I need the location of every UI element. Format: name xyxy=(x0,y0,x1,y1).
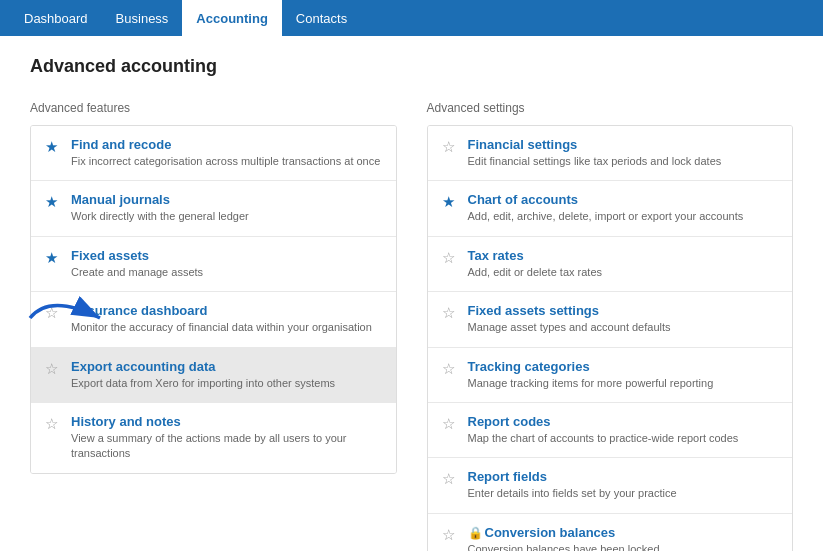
feature-name: Report fields xyxy=(468,469,779,484)
page-title: Advanced accounting xyxy=(30,56,793,77)
advanced-settings-card: ☆ Financial settings Edit financial sett… xyxy=(427,125,794,551)
star-empty-icon: ☆ xyxy=(442,360,458,376)
left-column-header: Advanced features xyxy=(30,101,397,115)
feature-report-fields[interactable]: ☆ Report fields Enter details into field… xyxy=(428,458,793,513)
feature-desc: Monitor the accuracy of financial data w… xyxy=(71,320,382,335)
feature-desc: Export data from Xero for importing into… xyxy=(71,376,382,391)
top-navigation: Dashboard Business Accounting Contacts xyxy=(0,0,823,36)
star-empty-icon: ☆ xyxy=(45,415,61,431)
star-empty-icon: ☆ xyxy=(45,304,61,320)
feature-desc: Work directly with the general ledger xyxy=(71,209,382,224)
feature-name: Tracking categories xyxy=(468,359,779,374)
feature-desc: Fix incorrect categorisation across mult… xyxy=(71,154,382,169)
lock-icon: 🔒 xyxy=(468,526,483,540)
feature-name: History and notes xyxy=(71,414,382,429)
feature-fixed-assets-settings[interactable]: ☆ Fixed assets settings Manage asset typ… xyxy=(428,292,793,347)
nav-dashboard[interactable]: Dashboard xyxy=(10,0,102,36)
feature-desc: Manage asset types and account defaults xyxy=(468,320,779,335)
star-empty-icon: ☆ xyxy=(442,470,458,486)
feature-desc: Conversion balances have been locked xyxy=(468,542,779,551)
feature-name: Fixed assets xyxy=(71,248,382,263)
star-filled-icon: ★ xyxy=(45,138,61,154)
star-empty-icon: ☆ xyxy=(442,304,458,320)
star-filled-icon: ★ xyxy=(45,249,61,265)
feature-desc: Manage tracking items for more powerful … xyxy=(468,376,779,391)
feature-manual-journals[interactable]: ★ Manual journals Work directly with the… xyxy=(31,181,396,236)
feature-fixed-assets[interactable]: ★ Fixed assets Create and manage assets xyxy=(31,237,396,292)
feature-export-accounting-data[interactable]: ☆ Export accounting data Export data fro… xyxy=(31,348,396,403)
star-filled-icon: ★ xyxy=(45,193,61,209)
feature-name: Tax rates xyxy=(468,248,779,263)
page-content: Advanced accounting Advanced features ★ … xyxy=(0,36,823,551)
feature-history-notes[interactable]: ☆ History and notes View a summary of th… xyxy=(31,403,396,473)
feature-tracking-categories[interactable]: ☆ Tracking categories Manage tracking it… xyxy=(428,348,793,403)
feature-name: Chart of accounts xyxy=(468,192,779,207)
star-filled-icon: ★ xyxy=(442,193,458,209)
star-empty-icon: ☆ xyxy=(442,249,458,265)
advanced-features-card: ★ Find and recode Fix incorrect categori… xyxy=(30,125,397,474)
nav-contacts[interactable]: Contacts xyxy=(282,0,361,36)
right-column: Advanced settings ☆ Financial settings E… xyxy=(427,101,794,551)
star-empty-icon: ☆ xyxy=(45,360,61,376)
feature-report-codes[interactable]: ☆ Report codes Map the chart of accounts… xyxy=(428,403,793,458)
nav-accounting[interactable]: Accounting xyxy=(182,0,282,36)
feature-desc: Add, edit, archive, delete, import or ex… xyxy=(468,209,779,224)
content-columns: Advanced features ★ Find and recode Fix … xyxy=(30,101,793,551)
feature-name: Manual journals xyxy=(71,192,382,207)
feature-name: Find and recode xyxy=(71,137,382,152)
feature-name: Assurance dashboard xyxy=(71,303,382,318)
nav-business[interactable]: Business xyxy=(102,0,183,36)
feature-desc: Create and manage assets xyxy=(71,265,382,280)
star-empty-icon: ☆ xyxy=(442,138,458,154)
feature-desc: View a summary of the actions made by al… xyxy=(71,431,382,462)
star-empty-icon: ☆ xyxy=(442,415,458,431)
feature-conversion-balances[interactable]: ☆ 🔒Conversion balances Conversion balanc… xyxy=(428,514,793,551)
feature-desc: Enter details into fields set by your pr… xyxy=(468,486,779,501)
feature-desc: Edit financial settings like tax periods… xyxy=(468,154,779,169)
feature-assurance-dashboard[interactable]: ☆ Assurance dashboard Monitor the accura… xyxy=(31,292,396,347)
feature-chart-of-accounts[interactable]: ★ Chart of accounts Add, edit, archive, … xyxy=(428,181,793,236)
feature-name: Export accounting data xyxy=(71,359,382,374)
feature-desc: Map the chart of accounts to practice-wi… xyxy=(468,431,779,446)
feature-name: 🔒Conversion balances xyxy=(468,525,779,540)
feature-find-recode[interactable]: ★ Find and recode Fix incorrect categori… xyxy=(31,126,396,181)
left-column: Advanced features ★ Find and recode Fix … xyxy=(30,101,397,551)
feature-desc: Add, edit or delete tax rates xyxy=(468,265,779,280)
feature-name: Financial settings xyxy=(468,137,779,152)
right-column-header: Advanced settings xyxy=(427,101,794,115)
feature-tax-rates[interactable]: ☆ Tax rates Add, edit or delete tax rate… xyxy=(428,237,793,292)
feature-name: Report codes xyxy=(468,414,779,429)
feature-name: Fixed assets settings xyxy=(468,303,779,318)
star-empty-icon: ☆ xyxy=(442,526,458,542)
feature-financial-settings[interactable]: ☆ Financial settings Edit financial sett… xyxy=(428,126,793,181)
